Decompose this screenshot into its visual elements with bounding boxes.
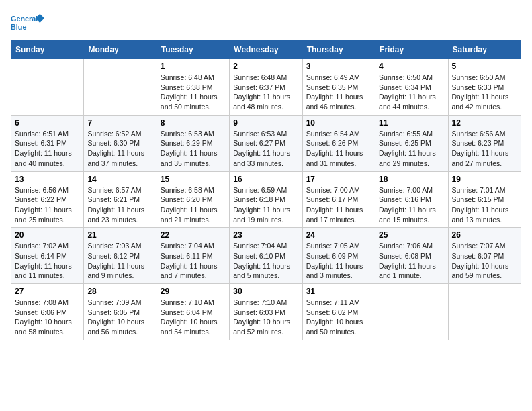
- calendar-cell: 13Sunrise: 6:56 AMSunset: 6:22 PMDayligh…: [11, 171, 84, 228]
- calendar-cell: 6Sunrise: 6:51 AMSunset: 6:31 PMDaylight…: [11, 115, 84, 171]
- day-info: Sunrise: 6:50 AMSunset: 6:33 PMDaylight:…: [452, 73, 517, 112]
- day-number: 28: [87, 287, 152, 296]
- calendar-cell: 24Sunrise: 7:05 AMSunset: 6:09 PMDayligh…: [302, 228, 375, 284]
- day-info: Sunrise: 7:06 AMSunset: 6:08 PMDaylight:…: [379, 241, 444, 281]
- day-number: 17: [306, 175, 371, 184]
- day-info: Sunrise: 6:56 AMSunset: 6:22 PMDaylight:…: [15, 185, 80, 225]
- day-number: 4: [379, 62, 444, 71]
- calendar-cell: [11, 59, 84, 116]
- calendar-cell: 26Sunrise: 7:07 AMSunset: 6:07 PMDayligh…: [448, 228, 521, 284]
- day-info: Sunrise: 6:57 AMSunset: 6:21 PMDaylight:…: [87, 185, 152, 225]
- day-number: 29: [161, 287, 226, 296]
- day-number: 24: [306, 230, 371, 240]
- column-header-thursday: Thursday: [302, 41, 375, 59]
- calendar-cell: 10Sunrise: 6:54 AMSunset: 6:26 PMDayligh…: [302, 115, 375, 171]
- calendar-cell: 15Sunrise: 6:58 AMSunset: 6:20 PMDayligh…: [157, 171, 229, 228]
- day-info: Sunrise: 7:10 AMSunset: 6:03 PMDaylight:…: [233, 298, 298, 337]
- day-info: Sunrise: 7:02 AMSunset: 6:14 PMDaylight:…: [15, 241, 80, 281]
- day-info: Sunrise: 6:58 AMSunset: 6:20 PMDaylight:…: [161, 185, 226, 225]
- day-info: Sunrise: 7:01 AMSunset: 6:15 PMDaylight:…: [452, 185, 517, 225]
- column-header-sunday: Sunday: [11, 41, 84, 59]
- calendar-week-2: 6Sunrise: 6:51 AMSunset: 6:31 PMDaylight…: [11, 115, 521, 171]
- svg-text:General: General: [11, 15, 38, 23]
- calendar-header-row: SundayMondayTuesdayWednesdayThursdayFrid…: [11, 41, 521, 59]
- day-number: 31: [306, 287, 371, 296]
- calendar-cell: 31Sunrise: 7:11 AMSunset: 6:02 PMDayligh…: [302, 284, 375, 340]
- day-info: Sunrise: 7:09 AMSunset: 6:05 PMDaylight:…: [87, 298, 152, 337]
- calendar-cell: [375, 284, 448, 340]
- day-info: Sunrise: 7:00 AMSunset: 6:16 PMDaylight:…: [379, 185, 444, 225]
- column-header-saturday: Saturday: [448, 41, 521, 59]
- day-info: Sunrise: 7:11 AMSunset: 6:02 PMDaylight:…: [306, 298, 371, 337]
- day-info: Sunrise: 7:00 AMSunset: 6:17 PMDaylight:…: [306, 185, 371, 225]
- column-header-monday: Monday: [84, 41, 157, 59]
- day-number: 5: [452, 62, 517, 71]
- calendar-cell: 27Sunrise: 7:08 AMSunset: 6:06 PMDayligh…: [11, 284, 84, 340]
- calendar-cell: 21Sunrise: 7:03 AMSunset: 6:12 PMDayligh…: [84, 228, 157, 284]
- calendar-cell: 1Sunrise: 6:48 AMSunset: 6:38 PMDaylight…: [157, 59, 229, 116]
- calendar-cell: 22Sunrise: 7:04 AMSunset: 6:11 PMDayligh…: [157, 228, 229, 284]
- calendar-cell: 29Sunrise: 7:10 AMSunset: 6:04 PMDayligh…: [157, 284, 229, 340]
- calendar-cell: 18Sunrise: 7:00 AMSunset: 6:16 PMDayligh…: [375, 171, 448, 228]
- day-info: Sunrise: 6:49 AMSunset: 6:35 PMDaylight:…: [306, 73, 371, 112]
- day-number: 1: [161, 62, 226, 71]
- logo: General Blue: [11, 11, 44, 35]
- day-info: Sunrise: 6:51 AMSunset: 6:31 PMDaylight:…: [15, 129, 80, 169]
- calendar-table: SundayMondayTuesdayWednesdayThursdayFrid…: [11, 40, 521, 340]
- day-info: Sunrise: 6:56 AMSunset: 6:23 PMDaylight:…: [452, 129, 517, 169]
- day-info: Sunrise: 7:05 AMSunset: 6:09 PMDaylight:…: [306, 241, 371, 281]
- day-info: Sunrise: 7:04 AMSunset: 6:11 PMDaylight:…: [161, 241, 226, 281]
- day-number: 18: [379, 175, 444, 184]
- day-number: 19: [452, 175, 517, 184]
- calendar-cell: 2Sunrise: 6:48 AMSunset: 6:37 PMDaylight…: [230, 59, 302, 116]
- day-number: 25: [379, 230, 444, 240]
- calendar-cell: 4Sunrise: 6:50 AMSunset: 6:34 PMDaylight…: [375, 59, 448, 116]
- day-info: Sunrise: 7:03 AMSunset: 6:12 PMDaylight:…: [87, 241, 152, 281]
- day-number: 2: [233, 62, 298, 71]
- day-number: 9: [233, 118, 298, 128]
- day-number: 3: [306, 62, 371, 71]
- day-number: 13: [15, 175, 80, 184]
- day-info: Sunrise: 6:54 AMSunset: 6:26 PMDaylight:…: [306, 129, 371, 169]
- day-number: 6: [15, 118, 80, 128]
- calendar-week-4: 20Sunrise: 7:02 AMSunset: 6:14 PMDayligh…: [11, 228, 521, 284]
- calendar-cell: 5Sunrise: 6:50 AMSunset: 6:33 PMDaylight…: [448, 59, 521, 116]
- calendar-cell: 16Sunrise: 6:59 AMSunset: 6:18 PMDayligh…: [230, 171, 302, 228]
- calendar-week-5: 27Sunrise: 7:08 AMSunset: 6:06 PMDayligh…: [11, 284, 521, 340]
- column-header-wednesday: Wednesday: [230, 41, 302, 59]
- calendar-cell: 3Sunrise: 6:49 AMSunset: 6:35 PMDaylight…: [302, 59, 375, 116]
- day-info: Sunrise: 6:53 AMSunset: 6:29 PMDaylight:…: [161, 129, 226, 169]
- day-number: 22: [161, 230, 226, 240]
- day-info: Sunrise: 6:53 AMSunset: 6:27 PMDaylight:…: [233, 129, 298, 169]
- day-number: 14: [87, 175, 152, 184]
- calendar-cell: 20Sunrise: 7:02 AMSunset: 6:14 PMDayligh…: [11, 228, 84, 284]
- calendar-week-1: 1Sunrise: 6:48 AMSunset: 6:38 PMDaylight…: [11, 59, 521, 116]
- day-info: Sunrise: 6:48 AMSunset: 6:38 PMDaylight:…: [161, 73, 226, 112]
- day-number: 27: [15, 287, 80, 296]
- day-number: 15: [161, 175, 226, 184]
- calendar-cell: 23Sunrise: 7:04 AMSunset: 6:10 PMDayligh…: [230, 228, 302, 284]
- day-info: Sunrise: 7:10 AMSunset: 6:04 PMDaylight:…: [161, 298, 226, 337]
- day-number: 21: [87, 230, 152, 240]
- calendar-cell: 11Sunrise: 6:55 AMSunset: 6:25 PMDayligh…: [375, 115, 448, 171]
- day-number: 16: [233, 175, 298, 184]
- day-number: 26: [452, 230, 517, 240]
- calendar-cell: [84, 59, 157, 116]
- calendar-cell: 19Sunrise: 7:01 AMSunset: 6:15 PMDayligh…: [448, 171, 521, 228]
- calendar-cell: 8Sunrise: 6:53 AMSunset: 6:29 PMDaylight…: [157, 115, 229, 171]
- column-header-friday: Friday: [375, 41, 448, 59]
- calendar-cell: 14Sunrise: 6:57 AMSunset: 6:21 PMDayligh…: [84, 171, 157, 228]
- calendar-cell: 17Sunrise: 7:00 AMSunset: 6:17 PMDayligh…: [302, 171, 375, 228]
- calendar-cell: 12Sunrise: 6:56 AMSunset: 6:23 PMDayligh…: [448, 115, 521, 171]
- day-info: Sunrise: 6:59 AMSunset: 6:18 PMDaylight:…: [233, 185, 298, 225]
- calendar-cell: 30Sunrise: 7:10 AMSunset: 6:03 PMDayligh…: [230, 284, 302, 340]
- calendar-week-3: 13Sunrise: 6:56 AMSunset: 6:22 PMDayligh…: [11, 171, 521, 228]
- day-info: Sunrise: 6:52 AMSunset: 6:30 PMDaylight:…: [87, 129, 152, 169]
- day-number: 10: [306, 118, 371, 128]
- calendar-cell: 9Sunrise: 6:53 AMSunset: 6:27 PMDaylight…: [230, 115, 302, 171]
- day-info: Sunrise: 6:48 AMSunset: 6:37 PMDaylight:…: [233, 73, 298, 112]
- day-number: 23: [233, 230, 298, 240]
- day-number: 20: [15, 230, 80, 240]
- day-info: Sunrise: 7:04 AMSunset: 6:10 PMDaylight:…: [233, 241, 298, 281]
- calendar-cell: 28Sunrise: 7:09 AMSunset: 6:05 PMDayligh…: [84, 284, 157, 340]
